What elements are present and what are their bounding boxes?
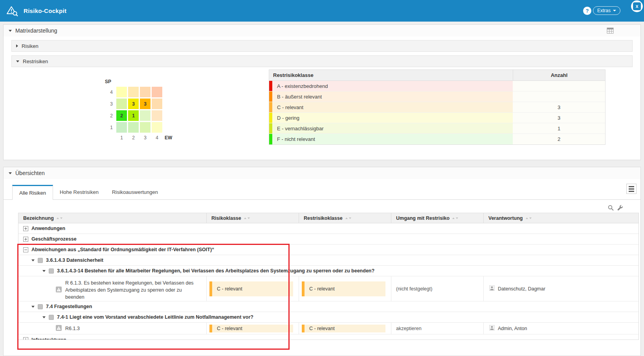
node-row-fragestellungen[interactable]: 7.4 Fragestellungen bbox=[18, 301, 638, 312]
matrix-cell[interactable] bbox=[140, 122, 150, 133]
class-color-bar bbox=[302, 325, 305, 332]
matrix-cell[interactable] bbox=[116, 99, 127, 109]
column-header-bezeichnung[interactable]: Bezeichnung bbox=[18, 213, 206, 223]
matrix-cell[interactable] bbox=[152, 87, 162, 97]
column-header-umgang[interactable]: Umgang mit Restrisiko bbox=[391, 213, 483, 223]
table-toolbar bbox=[608, 205, 623, 211]
class-row-c[interactable]: C - relevant 3 bbox=[269, 102, 605, 113]
class-color-bar bbox=[269, 102, 272, 112]
class-label: D - gering bbox=[272, 113, 299, 123]
risk-row-r613-long[interactable]: R 6.1.3. Es bestehen keine Regelungen, b… bbox=[18, 276, 638, 301]
matrix-cell[interactable]: 2 bbox=[116, 110, 127, 121]
matrix-cell[interactable] bbox=[128, 87, 139, 97]
tab-hohe-restrisiken[interactable]: Hohe Restrisiken bbox=[53, 185, 105, 199]
overview-panel: Übersichten Alle Risiken Hohe Restrisike… bbox=[3, 167, 641, 356]
matrix-cell[interactable] bbox=[116, 87, 127, 97]
collapse-arrow-icon[interactable] bbox=[31, 306, 35, 308]
restrisiken-section-header[interactable]: Restrisiken bbox=[11, 55, 633, 67]
window-close-wrap: x bbox=[631, 0, 643, 12]
sort-icons[interactable] bbox=[57, 217, 62, 219]
risikoklasse-chip: C - relevant bbox=[209, 325, 293, 332]
column-header-risikoklasse[interactable]: Risikoklasse bbox=[206, 213, 299, 223]
class-row-e[interactable]: E - vernachlässigbar 1 bbox=[269, 123, 605, 134]
matrix-cell[interactable] bbox=[152, 110, 162, 121]
collapse-arrow-icon bbox=[9, 172, 12, 174]
matrix-cell[interactable] bbox=[140, 87, 150, 97]
expand-plus-icon[interactable] bbox=[23, 226, 28, 231]
collapse-arrow-icon[interactable] bbox=[42, 316, 46, 318]
group-row-abweichungen[interactable]: Abweichungen aus „Standard für Ordnungsm… bbox=[18, 245, 638, 255]
matrix-y-axis-label: SP bbox=[105, 79, 111, 84]
class-label: E - vernachlässigbar bbox=[272, 123, 324, 133]
verantwortung-cell: Datenschutz, Dagmar bbox=[483, 276, 638, 301]
collapse-arrow-icon[interactable] bbox=[31, 259, 35, 261]
matrix-cell[interactable]: 3 bbox=[140, 99, 150, 109]
class-color-bar bbox=[269, 123, 272, 133]
matrix-cell[interactable]: 1 bbox=[128, 110, 139, 121]
risikoklasse-chip: C - relevant bbox=[209, 281, 293, 296]
chevron-down-icon bbox=[613, 10, 616, 11]
node-row-question-1[interactable]: 3.6.1.4.3-14 Bestehen für alle Mitarbeit… bbox=[18, 266, 638, 276]
close-button[interactable]: x bbox=[633, 2, 641, 10]
group-row-clipped[interactable]: Infrastrukturen bbox=[18, 334, 638, 340]
node-icon bbox=[49, 315, 54, 320]
app-title: Risiko-Cockpit bbox=[24, 7, 66, 14]
node-row-datensicherheit[interactable]: 3.6.1.4.3 Datensicherheit bbox=[18, 255, 638, 266]
umgang-value: (nicht festgelegt) bbox=[391, 276, 483, 301]
extras-label: Extras bbox=[597, 8, 611, 13]
overview-panel-title: Übersichten bbox=[15, 170, 45, 176]
group-row-geschaeftsprozesse[interactable]: Geschäftsprozesse bbox=[18, 234, 638, 245]
risk-row-r613-short[interactable]: R6.1.3 C - relevant C - relevant akzepti… bbox=[18, 323, 638, 334]
matrix-panel-header[interactable]: Matrixdarstellung bbox=[4, 25, 640, 37]
collapse-arrow-icon[interactable] bbox=[42, 270, 46, 272]
sort-icons[interactable] bbox=[244, 217, 250, 219]
matrix-cell[interactable] bbox=[152, 99, 162, 109]
risiken-section-header[interactable]: Risiken bbox=[11, 40, 633, 52]
y-tick: 3 bbox=[110, 101, 113, 107]
group-row-anwendungen[interactable]: Anwendungen bbox=[18, 223, 638, 234]
class-label: A - existenzbedrohend bbox=[272, 81, 328, 91]
node-icon bbox=[38, 258, 43, 263]
class-color-bar bbox=[269, 134, 272, 144]
grid-view-icon[interactable] bbox=[607, 27, 614, 35]
class-label: C - relevant bbox=[272, 102, 303, 112]
overview-panel-header[interactable]: Übersichten bbox=[4, 167, 640, 179]
matrix-cell[interactable]: 3 bbox=[128, 99, 139, 109]
column-header-restrisikoklasse[interactable]: Restrisikoklasse bbox=[299, 213, 391, 223]
tab-risikoauswertungen[interactable]: Risikoauswertungen bbox=[105, 185, 165, 199]
matrix-cell[interactable] bbox=[140, 110, 150, 121]
verantwortung-cell: Admin, Anton bbox=[483, 323, 638, 334]
restrisikoklasse-chip: C - relevant bbox=[302, 325, 385, 332]
sort-icons[interactable] bbox=[345, 217, 351, 219]
tab-alle-risiken[interactable]: Alle Risiken bbox=[12, 185, 53, 200]
class-count: 3 bbox=[513, 113, 605, 123]
matrix-cell[interactable] bbox=[152, 122, 162, 133]
class-row-f[interactable]: F - nicht relevant 2 bbox=[269, 134, 605, 144]
restrisikoklasse-chip: C - relevant bbox=[302, 281, 385, 296]
sort-icons[interactable] bbox=[452, 217, 458, 219]
wrench-icon[interactable] bbox=[617, 205, 623, 211]
help-button[interactable]: ? bbox=[583, 7, 591, 15]
app-header: Risiko-Cockpit ? Extras bbox=[0, 0, 644, 22]
search-icon[interactable] bbox=[608, 205, 614, 211]
class-color-bar bbox=[269, 91, 272, 102]
column-header-verantwortung[interactable]: Verantwortung bbox=[483, 213, 638, 223]
class-row-b[interactable]: B - äußerst relevant bbox=[269, 91, 605, 102]
list-view-toggle-icon[interactable] bbox=[626, 184, 637, 194]
verantwortung-name: Datenschutz, Dagmar bbox=[498, 286, 545, 292]
class-row-d[interactable]: D - gering 3 bbox=[269, 113, 605, 123]
column-header-restrisikoklasse: Restrisikoklasse bbox=[269, 70, 513, 80]
tab-strip: Alle Risiken Hohe Restrisiken Risikoausw… bbox=[4, 185, 640, 200]
expand-plus-icon[interactable] bbox=[23, 337, 28, 340]
expand-plus-icon[interactable] bbox=[23, 237, 28, 242]
matrix-cell[interactable] bbox=[116, 122, 127, 133]
person-icon bbox=[489, 325, 495, 332]
node-row-question-2[interactable]: 7.4-1 Liegt eine vom Vorstand verabschie… bbox=[18, 312, 638, 323]
column-header-anzahl: Anzahl bbox=[513, 70, 605, 80]
class-row-a[interactable]: A - existenzbedrohend bbox=[269, 81, 605, 91]
collapse-minus-icon[interactable] bbox=[23, 247, 28, 252]
sort-icons[interactable] bbox=[526, 217, 532, 219]
extras-button[interactable]: Extras bbox=[593, 6, 620, 15]
matrix-cell[interactable] bbox=[128, 122, 139, 133]
class-count bbox=[513, 81, 605, 91]
